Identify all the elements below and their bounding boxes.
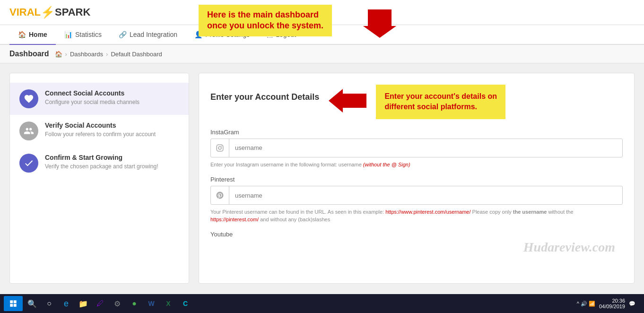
taskbar-clock: 20:36 04/09/2019 xyxy=(599,298,625,309)
youtube-section: Youtube xyxy=(210,231,623,238)
search-taskbar[interactable]: 🔍 xyxy=(25,296,40,311)
logo-viral: VIRAL xyxy=(9,6,41,18)
confirm-desc: Verify the chosen package and start grow… xyxy=(45,163,158,170)
step-confirm[interactable]: Confirm & Start Growing Verify the chose… xyxy=(10,147,189,179)
taskbar-time-display: 20:36 xyxy=(599,298,625,304)
breadcrumb-sep-1: › xyxy=(65,51,67,58)
start-button[interactable] xyxy=(4,296,23,311)
taskbar: 🔍 ○ e 📁 🖊 ⚙ ● W X C ^ 🔊 📶 20:36 04/09/20… xyxy=(0,294,644,313)
pinterest-input[interactable] xyxy=(229,188,622,203)
arrow-down xyxy=(363,7,396,42)
pinterest-label: Pinterest xyxy=(210,176,623,183)
svg-marker-1 xyxy=(363,9,396,38)
logo-bolt: ⚡ xyxy=(41,6,55,19)
instagram-icon xyxy=(211,139,229,157)
nav-lead-label: Lead Integration xyxy=(130,31,177,38)
main-content: Connect Social Accounts Configure your s… xyxy=(0,63,644,293)
top-bar: VIRAL ⚡ SPARK Here is the main dashboard… xyxy=(0,0,644,25)
connect-icon xyxy=(19,89,38,108)
confirm-icon xyxy=(19,154,38,173)
instagram-hint-emphasis: (without the @ Sign) xyxy=(363,162,410,167)
svg-marker-2 xyxy=(329,89,366,113)
logo-spark: SPARK xyxy=(55,6,90,18)
verify-desc: Follow your referers to confirm your acc… xyxy=(45,131,156,138)
pinterest-icon xyxy=(211,186,229,204)
taskbar-system-icons: ^ 🔊 📶 xyxy=(577,301,595,307)
instagram-input-wrapper xyxy=(210,139,623,157)
pinterest-hint: Your Pinterest username can be found in … xyxy=(210,209,623,223)
app1-taskbar[interactable]: 🖊 xyxy=(93,296,108,311)
pinterest-link2: https://pinterest.com/ xyxy=(210,217,259,222)
confirm-text: Confirm & Start Growing Verify the chose… xyxy=(45,154,158,170)
home-icon: 🏠 xyxy=(18,31,26,38)
nav-statistics-label: Statistics xyxy=(75,31,102,38)
pinterest-input-wrapper xyxy=(210,186,623,205)
connect-title: Connect Social Accounts xyxy=(45,89,139,97)
app2-taskbar[interactable]: ⚙ xyxy=(110,296,125,311)
chrome-taskbar[interactable]: ● xyxy=(127,296,142,311)
breadcrumb-sep-2: › xyxy=(106,51,108,58)
pinterest-section: Pinterest Your Pinterest username can be… xyxy=(210,176,623,223)
home-breadcrumb-icon: 🏠 xyxy=(55,51,62,58)
verify-title: Verify Social Accounts xyxy=(45,122,156,129)
verify-icon xyxy=(19,122,38,140)
statistics-icon: 📊 xyxy=(64,31,72,38)
arrow-left xyxy=(329,89,366,114)
excel-taskbar[interactable]: X xyxy=(161,296,176,311)
word-taskbar[interactable]: W xyxy=(144,296,159,311)
connect-desc: Configure your social media channels xyxy=(45,99,139,105)
right-panel: Enter your Account Details Enter your ac… xyxy=(199,73,635,284)
confirm-title: Confirm & Start Growing xyxy=(45,154,158,161)
left-panel: Connect Social Accounts Configure your s… xyxy=(9,73,189,284)
breadcrumb-dashboards[interactable]: Dashboards xyxy=(70,51,103,58)
step-verify[interactable]: Verify Social Accounts Follow your refer… xyxy=(10,115,189,147)
nav-lead-integration[interactable]: 🔗 Lead Integration xyxy=(110,25,186,45)
explorer-taskbar[interactable]: 📁 xyxy=(76,296,91,311)
nav-statistics[interactable]: 📊 Statistics xyxy=(56,25,110,45)
callout-top: Here is the main dashboardonce you unloc… xyxy=(199,5,332,36)
app3-taskbar[interactable]: C xyxy=(178,296,193,311)
instagram-input[interactable] xyxy=(229,140,622,155)
logo: VIRAL ⚡ SPARK xyxy=(9,6,90,19)
edge-taskbar[interactable]: e xyxy=(59,296,74,311)
cortana-taskbar[interactable]: ○ xyxy=(42,296,57,311)
instagram-label: InstaGram xyxy=(210,129,623,136)
connect-text: Connect Social Accounts Configure your s… xyxy=(45,89,139,105)
step-connect[interactable]: Connect Social Accounts Configure your s… xyxy=(10,83,189,115)
instagram-hint: Enter your Instagram username in the fol… xyxy=(210,161,623,168)
taskbar-notification[interactable]: 💬 xyxy=(629,301,635,307)
nav-home-label: Home xyxy=(29,31,47,38)
watermark: Hudareview.com xyxy=(523,240,615,255)
verify-text: Verify Social Accounts Follow your refer… xyxy=(45,122,156,138)
breadcrumb-default-dashboard[interactable]: Default Dashboard xyxy=(111,51,162,58)
breadcrumb-bar: Dashboard 🏠 › Dashboards › Default Dashb… xyxy=(0,45,644,63)
taskbar-date-display: 04/09/2019 xyxy=(599,304,625,309)
instagram-section: InstaGram Enter your Instagram username … xyxy=(210,129,623,168)
callout-right: Enter your account's details ondifferent… xyxy=(376,85,505,119)
link-icon: 🔗 xyxy=(119,31,127,38)
taskbar-right: ^ 🔊 📶 20:36 04/09/2019 💬 xyxy=(577,298,640,309)
nav-home[interactable]: 🏠 Home xyxy=(9,25,56,45)
pinterest-link: https://www.pinterest.com/username/ xyxy=(385,209,470,215)
youtube-label: Youtube xyxy=(210,231,623,238)
breadcrumb-title: Dashboard xyxy=(9,50,49,58)
section-title: Enter your Account Details xyxy=(210,92,319,102)
pinterest-bold: the username xyxy=(513,209,547,215)
